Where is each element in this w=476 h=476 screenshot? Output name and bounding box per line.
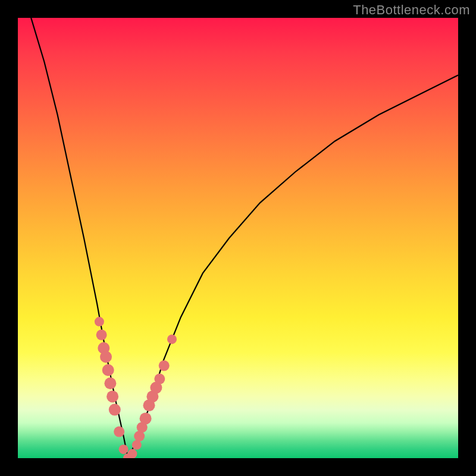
bottleneck-curve xyxy=(31,18,458,458)
marker-dot xyxy=(154,374,165,384)
marker-dot xyxy=(140,412,152,424)
marker-dot xyxy=(96,330,107,340)
marker-dot xyxy=(127,449,137,458)
marker-dot xyxy=(100,351,112,363)
watermark-text: TheBottleneck.com xyxy=(353,2,470,18)
marker-dot xyxy=(159,361,170,371)
marker-dot xyxy=(109,404,121,416)
marker-dot xyxy=(114,427,124,437)
marker-dot xyxy=(102,364,114,376)
bottleneck-curve-svg xyxy=(18,18,458,458)
plot-area xyxy=(18,18,458,458)
marker-dot xyxy=(107,390,118,402)
marker-dots-group xyxy=(95,317,177,458)
marker-dot xyxy=(132,440,142,450)
marker-dot xyxy=(104,377,116,389)
marker-dot xyxy=(119,444,129,454)
marker-dot xyxy=(167,334,177,344)
marker-dot xyxy=(95,317,104,327)
